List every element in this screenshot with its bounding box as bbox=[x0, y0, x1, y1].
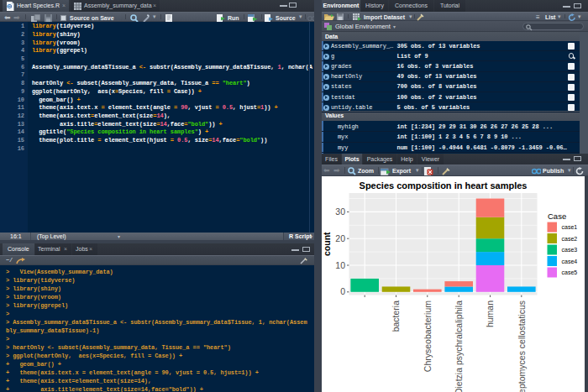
svg-text:human: human bbox=[485, 301, 495, 327]
svg-text:30: 30 bbox=[335, 206, 345, 217]
svg-text:bacteria: bacteria bbox=[391, 301, 401, 332]
svg-text:0: 0 bbox=[340, 286, 345, 296]
svg-text:Streptomyces cellostaticus: Streptomyces cellostaticus bbox=[517, 301, 527, 392]
svg-text:20: 20 bbox=[335, 233, 345, 243]
svg-text:case4: case4 bbox=[562, 259, 578, 264]
svg-text:Dietzia psychralcaliphila: Dietzia psychralcaliphila bbox=[454, 301, 464, 392]
svg-text:case5: case5 bbox=[562, 269, 578, 275]
svg-text:Case: Case bbox=[548, 212, 566, 221]
svg-text:R: R bbox=[8, 4, 11, 9]
svg-text:Chryseobacterium: Chryseobacterium bbox=[423, 301, 433, 372]
svg-text:10: 10 bbox=[335, 260, 345, 270]
svg-text:case3: case3 bbox=[562, 247, 578, 253]
svg-text:case2: case2 bbox=[562, 236, 578, 242]
svg-text:count: count bbox=[322, 232, 332, 256]
svg-text:case1: case1 bbox=[562, 224, 578, 230]
svg-text:Species composition in heart s: Species composition in heart samples bbox=[360, 180, 528, 191]
